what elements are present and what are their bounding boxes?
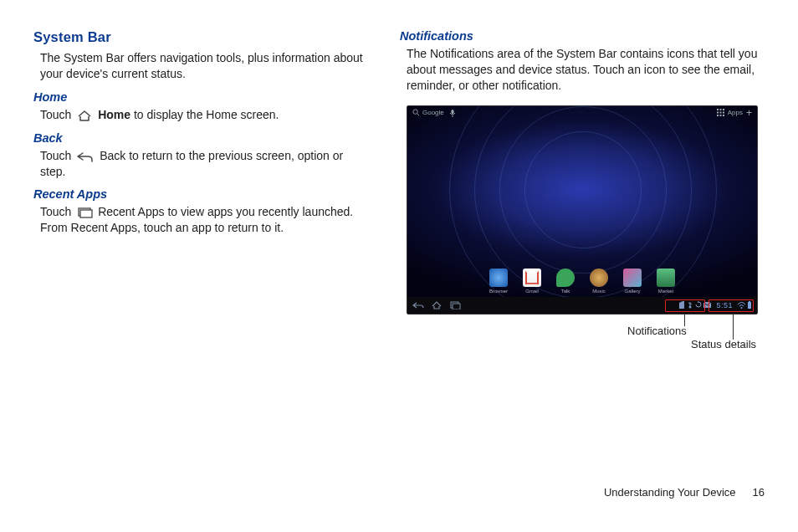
app-browser: Browser [489,269,508,294]
svg-rect-12 [719,115,721,116]
app-market: Market [657,269,675,294]
section-title: System Bar [33,29,375,45]
recent-heading: Recent Apps [33,187,375,201]
back-heading: Back [33,131,375,145]
svg-line-3 [417,114,419,115]
svg-point-2 [413,110,417,114]
svg-rect-11 [717,115,719,116]
app-talk: Talk [556,269,575,294]
left-column: System Bar The System Bar offers navigat… [33,29,375,315]
home-body: Touch Home to display the Home screen. [40,107,368,123]
app-dock: Browser Gmail Talk Music Gallery Market [407,269,757,294]
search-icon [412,109,420,116]
back-icon [76,151,95,162]
tablet-figure: Google Apps + Browser Gmail Talk Music G… [407,105,758,315]
svg-rect-4 [451,110,453,114]
svg-rect-5 [717,109,719,110]
notifications-heading: Notifications [400,29,765,43]
svg-rect-13 [723,115,724,116]
svg-rect-6 [719,109,721,110]
recent-pre: Touch [40,205,74,218]
top-bar: Google Apps + [407,106,757,120]
recent-body: Touch Recent Apps to view apps you recen… [40,204,368,236]
home-icon [76,110,93,121]
app-gmail: Gmail [523,269,541,294]
right-column: Notifications The Notifications area of … [400,29,765,315]
callout-status: Status details [691,338,756,350]
home-post: to display the Home screen. [134,108,279,121]
callout-box-status [708,299,754,312]
home-pre: Touch [40,108,74,121]
intro-text: The System Bar offers navigation tools, … [40,50,368,82]
notifications-body: The Notifications area of the System Bar… [407,46,758,94]
home-label: Home [98,108,130,121]
svg-rect-7 [723,109,724,110]
page-columns: System Bar The System Bar offers navigat… [0,0,798,315]
callout-notifications: Notifications [627,325,687,337]
search-label: Google [422,109,444,116]
page-footer: Understanding Your Device 16 [604,486,765,499]
callout-line-status [733,315,734,340]
nav-recent-icon [449,301,461,309]
recent-apps-icon [76,207,93,218]
svg-rect-1 [80,210,92,217]
app-gallery: Gallery [623,269,642,294]
app-music: Music [590,269,608,294]
svg-rect-10 [723,112,724,114]
back-pre: Touch [40,149,74,162]
back-body: Touch Back to return to the previous scr… [40,148,368,180]
nav-back-icon [412,301,424,309]
apps-label: Apps [728,109,743,116]
svg-rect-15 [453,304,460,309]
callout-box-notifications [665,299,705,312]
page-number: 16 [753,486,765,499]
svg-rect-9 [719,112,721,114]
mic-icon [449,109,456,117]
nav-home-icon [431,301,442,309]
home-heading: Home [33,90,375,104]
plus-icon: + [746,107,752,119]
tablet-screenshot: Google Apps + Browser Gmail Talk Music G… [407,105,758,315]
apps-grid-icon [717,109,724,116]
footer-section: Understanding Your Device [604,486,736,499]
svg-rect-8 [717,112,719,114]
